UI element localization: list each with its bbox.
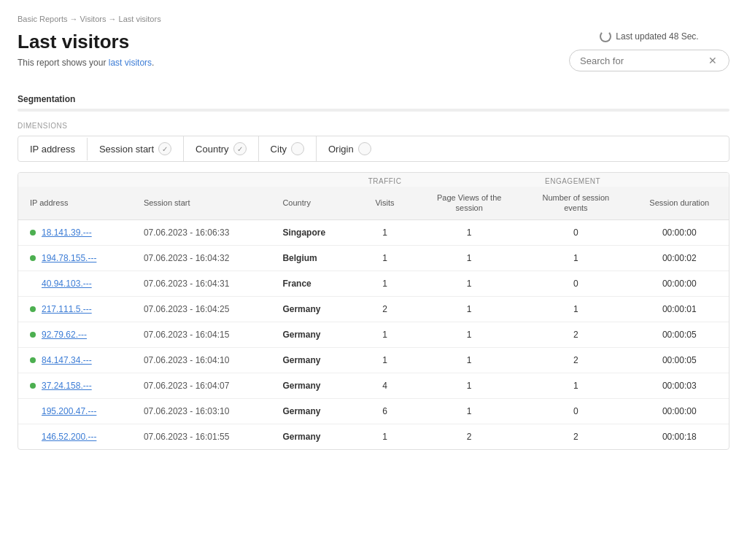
cell-duration: 00:00:02 bbox=[630, 245, 729, 271]
dimension-country[interactable]: Country ✓ bbox=[184, 136, 259, 161]
table-row: 37.24.158.---07.06.2023 - 16:04:07German… bbox=[18, 373, 729, 398]
dimension-country-icon: ✓ bbox=[233, 142, 247, 155]
ip-address-link[interactable]: 194.78.155.--- bbox=[42, 253, 96, 263]
dimension-city-icon bbox=[291, 142, 304, 155]
table-row: 194.78.155.---07.06.2023 - 16:04:32Belgi… bbox=[18, 245, 729, 271]
ip-address-link[interactable]: 217.111.5.--- bbox=[42, 304, 92, 314]
cell-country: Singapore bbox=[271, 219, 352, 245]
cell-events: 2 bbox=[522, 424, 630, 449]
header-left: Last visitors This report shows your las… bbox=[18, 31, 154, 82]
cell-pageviews: 1 bbox=[417, 322, 522, 347]
cell-session: 07.06.2023 - 16:04:07 bbox=[132, 373, 271, 398]
dimension-ip-address[interactable]: IP address bbox=[18, 138, 88, 160]
col-header-visits: Visits bbox=[353, 187, 417, 219]
cell-duration: 00:00:05 bbox=[630, 322, 729, 347]
table-row: 217.111.5.---07.06.2023 - 16:04:25German… bbox=[18, 296, 729, 322]
cell-duration: 00:00:00 bbox=[630, 398, 729, 424]
segmentation-section: Segmentation bbox=[18, 94, 729, 112]
cell-ip: 92.79.62.--- bbox=[18, 322, 132, 347]
cell-events: 0 bbox=[522, 398, 630, 424]
cell-pageviews: 1 bbox=[417, 347, 522, 373]
dimension-origin-icon bbox=[358, 142, 371, 155]
cell-session: 07.06.2023 - 16:04:10 bbox=[132, 347, 271, 373]
cell-duration: 00:00:03 bbox=[630, 373, 729, 398]
cell-visits: 6 bbox=[353, 398, 417, 424]
col-header-events: Number of sessionevents bbox=[522, 187, 630, 219]
ip-address-link[interactable]: 18.141.39.--- bbox=[42, 228, 92, 238]
visitors-table: TRAFFIC ENGAGEMENT IP address Session st… bbox=[18, 173, 729, 449]
cell-visits: 1 bbox=[353, 245, 417, 271]
segmentation-bar bbox=[18, 109, 729, 112]
cell-pageviews: 1 bbox=[417, 245, 522, 271]
cell-visits: 1 bbox=[353, 219, 417, 245]
cell-visits: 1 bbox=[353, 322, 417, 347]
search-input[interactable] bbox=[580, 55, 707, 66]
online-dot bbox=[30, 255, 36, 261]
group-header-traffic: TRAFFIC bbox=[353, 173, 417, 187]
cell-visits: 1 bbox=[353, 347, 417, 373]
dimension-city-label: City bbox=[271, 144, 287, 155]
group-header-engagement: ENGAGEMENT bbox=[417, 173, 729, 187]
table-row: 146.52.200.---07.06.2023 - 16:01:55Germa… bbox=[18, 424, 729, 449]
col-header-country: Country bbox=[271, 187, 352, 219]
ip-address-link[interactable]: 37.24.158.--- bbox=[42, 381, 92, 391]
cell-duration: 00:00:01 bbox=[630, 296, 729, 322]
online-dot bbox=[30, 332, 36, 338]
dimension-origin-label: Origin bbox=[328, 144, 354, 155]
cell-events: 2 bbox=[522, 322, 630, 347]
cell-ip: 18.141.39.--- bbox=[18, 219, 132, 245]
table-row: 84.147.34.---07.06.2023 - 16:04:10German… bbox=[18, 347, 729, 373]
cell-visits: 4 bbox=[353, 373, 417, 398]
cell-events: 1 bbox=[522, 373, 630, 398]
dimension-city[interactable]: City bbox=[259, 136, 317, 161]
cell-country: France bbox=[271, 271, 352, 296]
online-dot bbox=[30, 306, 36, 312]
header-right: Last updated 48 Sec. ✕ bbox=[569, 31, 729, 71]
cell-visits: 1 bbox=[353, 271, 417, 296]
table-row: 92.79.62.---07.06.2023 - 16:04:15Germany… bbox=[18, 322, 729, 347]
table-row: 18.141.39.---07.06.2023 - 16:06:33Singap… bbox=[18, 219, 729, 245]
cell-ip: 37.24.158.--- bbox=[18, 373, 132, 398]
ip-address-link[interactable]: 146.52.200.--- bbox=[42, 432, 96, 442]
cell-events: 2 bbox=[522, 347, 630, 373]
dimension-session-start-icon: ✓ bbox=[158, 142, 171, 155]
cell-session: 07.06.2023 - 16:04:31 bbox=[132, 271, 271, 296]
group-header-empty bbox=[18, 173, 353, 187]
cell-country: Germany bbox=[271, 347, 352, 373]
online-dot bbox=[30, 357, 36, 363]
cell-ip: 40.94.103.--- bbox=[18, 271, 132, 296]
cell-pageviews: 1 bbox=[417, 219, 522, 245]
dimension-session-start[interactable]: Session start ✓ bbox=[88, 136, 184, 161]
dimensions-label: DIMENSIONS bbox=[18, 122, 729, 130]
cell-duration: 00:00:00 bbox=[630, 219, 729, 245]
cell-session: 07.06.2023 - 16:04:32 bbox=[132, 245, 271, 271]
ip-address-link[interactable]: 84.147.34.--- bbox=[42, 355, 92, 365]
dimension-origin[interactable]: Origin bbox=[317, 136, 383, 161]
search-clear-icon[interactable]: ✕ bbox=[707, 55, 719, 66]
ip-address-link[interactable]: 40.94.103.--- bbox=[42, 279, 92, 289]
col-header-session: Session start bbox=[132, 187, 271, 219]
cell-ip: 146.52.200.--- bbox=[18, 424, 132, 449]
last-visitors-link[interactable]: last visitors bbox=[109, 58, 152, 68]
cell-ip: 195.200.47.--- bbox=[18, 398, 132, 424]
page-title: Last visitors bbox=[18, 31, 154, 53]
cell-ip: 84.147.34.--- bbox=[18, 347, 132, 373]
dimension-session-start-label: Session start bbox=[99, 144, 154, 155]
table-col-header-row: IP address Session start Country Visits … bbox=[18, 187, 729, 219]
header-row: Last visitors This report shows your las… bbox=[18, 31, 729, 82]
cell-session: 07.06.2023 - 16:06:33 bbox=[132, 219, 271, 245]
refresh-icon[interactable] bbox=[600, 31, 611, 42]
cell-visits: 1 bbox=[353, 424, 417, 449]
ip-address-link[interactable]: 195.200.47.--- bbox=[42, 406, 96, 416]
cell-pageviews: 1 bbox=[417, 271, 522, 296]
offline-dot bbox=[30, 408, 36, 414]
cell-events: 0 bbox=[522, 219, 630, 245]
cell-pageviews: 1 bbox=[417, 296, 522, 322]
last-updated: Last updated 48 Sec. bbox=[600, 31, 698, 42]
offline-dot bbox=[30, 434, 36, 440]
cell-country: Germany bbox=[271, 424, 352, 449]
cell-ip: 217.111.5.--- bbox=[18, 296, 132, 322]
cell-pageviews: 1 bbox=[417, 373, 522, 398]
search-bar[interactable]: ✕ bbox=[569, 50, 729, 71]
ip-address-link[interactable]: 92.79.62.--- bbox=[42, 330, 87, 340]
